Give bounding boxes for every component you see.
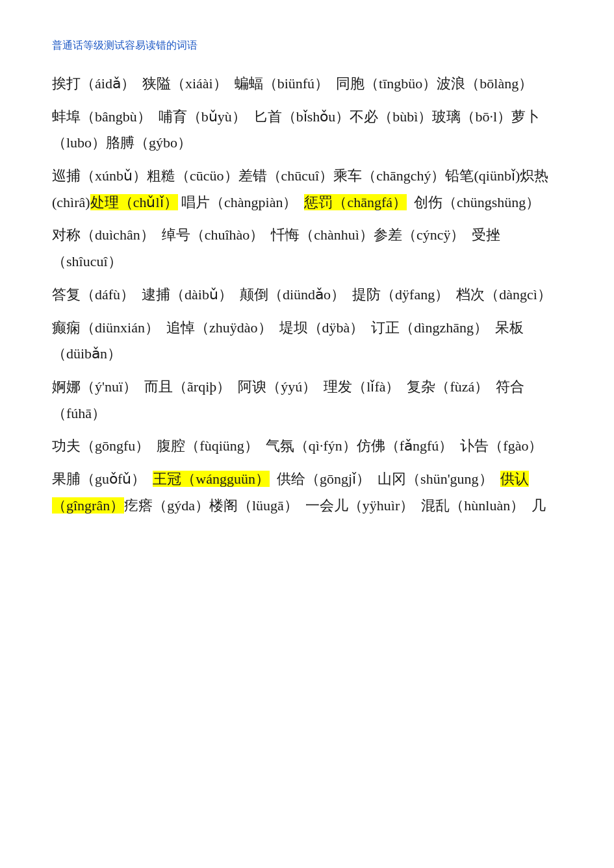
page-container: 普通话等级测试容易读错的词语 挨打（áidǎ） 狭隘（xiáài） 蝙蝠（biü… — [52, 39, 562, 519]
p5-text: 答复（dáfù） 逮捕（dàibǔ） 颠倒（diündǎo） 提防（dÿfang… — [52, 286, 552, 303]
p8-text: 功夫（gōngfu） 腹腔（fùqiüng） 气氛（qì·fýn）仿佛（fǎng… — [52, 438, 543, 454]
p2-text: 蚌埠（bângbù） 哺育（bǔyù） 匕首（bǐshǒu）不必（bùbì）玻璃… — [52, 108, 540, 151]
paragraph-4: 对称（duìchân） 绰号（chuîhào） 忏悔（chànhuì）参差（cý… — [52, 222, 562, 275]
paragraph-6: 癫痫（diünxián） 追悼（zhuÿdào） 堤坝（dÿbà） 订正（dìn… — [52, 315, 562, 367]
p1-text: 挨打（áidǎ） 狭隘（xiáài） 蝙蝠（biünfú） 同胞（tīngbüo… — [52, 75, 533, 92]
paragraph-7: 婀娜（ý'nuï） 而且（ãrqiþ） 阿谀（ýyú） 理发（lǐfà） 复杂（… — [52, 374, 562, 427]
paragraph-5: 答复（dáfù） 逮捕（dàibǔ） 颠倒（diündǎo） 提防（dÿfang… — [52, 282, 562, 308]
p6-text: 癫痫（diünxián） 追悼（zhuÿdào） 堤坝（dÿbà） 订正（dìn… — [52, 319, 524, 362]
p3-text-3: 创伤（chüngshüng） — [407, 194, 540, 210]
p9-text-3: 疙瘩（gýda）楼阁（lüugā） 一会儿（yÿhuìr） 混乱（hùnluàn… — [124, 497, 546, 514]
p3-highlight-1: 处理（chǔlǐ） — [90, 194, 178, 210]
paragraph-8: 功夫（gōngfu） 腹腔（fùqiüng） 气氛（qì·fýn）仿佛（fǎng… — [52, 433, 562, 460]
p4-text: 对称（duìchân） 绰号（chuîhào） 忏悔（chànhuì）参差（cý… — [52, 227, 500, 269]
p7-text: 婀娜（ý'nuï） 而且（ãrqiþ） 阿谀（ýyú） 理发（lǐfà） 复杂（… — [52, 378, 524, 421]
p9-highlight-1: 王冠（wángguün） — [153, 471, 270, 487]
paragraph-9: 果脯（guǒfǔ） 王冠（wángguün） 供给（gōngjǐ） 山冈（shü… — [52, 466, 562, 519]
p9-text-1: 果脯（guǒfǔ） — [52, 471, 153, 487]
paragraph-2: 蚌埠（bângbù） 哺育（bǔyù） 匕首（bǐshǒu）不必（bùbì）玻璃… — [52, 104, 562, 156]
p9-text-2: 供给（gōngjǐ） 山冈（shün'gung） — [270, 471, 500, 487]
paragraph-1: 挨打（áidǎ） 狭隘（xiáài） 蝙蝠（biünfú） 同胞（tīngbüo… — [52, 71, 562, 97]
page-title: 普通话等级测试容易读错的词语 — [52, 39, 562, 53]
paragraph-3: 巡捕（xúnbǔ）粗糙（cūcüo）差错（chūcuî）乘车（chāngchý）… — [52, 163, 562, 216]
p3-highlight-2: 惩罚（chāngfá） — [304, 194, 407, 210]
p3-text-2: 唱片（chàngpiàn） — [181, 194, 304, 210]
content-area: 挨打（áidǎ） 狭隘（xiáài） 蝙蝠（biünfú） 同胞（tīngbüo… — [52, 71, 562, 519]
